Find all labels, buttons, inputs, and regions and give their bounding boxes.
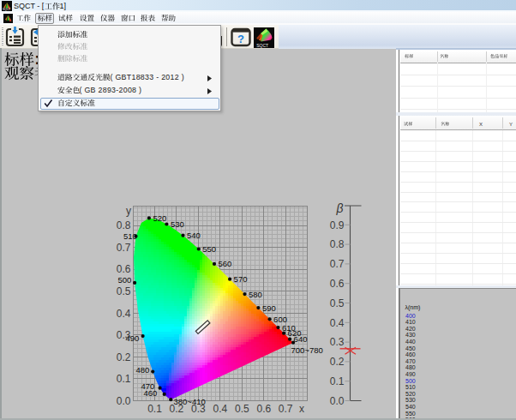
svg-text:0.6: 0.6: [117, 263, 131, 275]
svg-text:520: 520: [153, 213, 166, 223]
svg-text:SQCT: SQCT: [256, 43, 268, 48]
svg-text:0.8: 0.8: [117, 219, 131, 231]
svg-text:y: y: [126, 205, 131, 217]
svg-text:580: 580: [249, 290, 262, 299]
svg-text:0.2: 0.2: [170, 403, 184, 415]
svg-text:0.6: 0.6: [256, 403, 271, 415]
svg-text:0.0: 0.0: [330, 395, 345, 407]
svg-text:0.7: 0.7: [279, 403, 293, 415]
svg-text:540: 540: [187, 231, 201, 240]
svg-text:0.4: 0.4: [213, 403, 227, 415]
svg-text:0.4: 0.4: [117, 308, 131, 320]
svg-text:0.2: 0.2: [330, 356, 345, 368]
svg-text:480: 480: [136, 365, 150, 375]
svg-text:0.6: 0.6: [330, 278, 345, 290]
svg-text:560: 560: [219, 259, 232, 268]
svg-text:470: 470: [141, 381, 155, 391]
svg-text:x: x: [299, 403, 304, 415]
svg-text:0.9: 0.9: [330, 219, 345, 231]
svg-text:640: 640: [294, 334, 308, 344]
svg-text:0.3: 0.3: [330, 336, 345, 348]
svg-text:0.2: 0.2: [117, 351, 131, 363]
svg-text:0.1: 0.1: [330, 375, 345, 387]
svg-text:?: ?: [237, 33, 244, 45]
svg-text:0.5: 0.5: [235, 403, 249, 415]
svg-text:0.7: 0.7: [117, 242, 131, 254]
svg-text:0.5: 0.5: [117, 285, 131, 297]
svg-text:0.1: 0.1: [147, 403, 162, 415]
svg-text:0.3: 0.3: [191, 403, 206, 415]
svg-text:0.5: 0.5: [330, 297, 345, 309]
svg-text:β: β: [336, 201, 344, 215]
svg-text:0.1: 0.1: [117, 373, 131, 385]
svg-text:0.7: 0.7: [330, 258, 345, 270]
svg-text:700~780: 700~780: [291, 345, 323, 355]
svg-text:530: 530: [171, 219, 184, 229]
svg-text:590: 590: [262, 303, 276, 313]
svg-text:510: 510: [123, 231, 137, 241]
svg-text:570: 570: [234, 274, 248, 284]
svg-text:0.4: 0.4: [330, 317, 345, 329]
svg-text:SQCT: SQCT: [3, 8, 10, 11]
svg-text:0.0: 0.0: [117, 395, 131, 407]
svg-text:500: 500: [118, 275, 132, 285]
svg-text:550: 550: [202, 244, 216, 254]
svg-text:0.8: 0.8: [330, 238, 345, 250]
svg-text:0.3: 0.3: [117, 329, 131, 341]
